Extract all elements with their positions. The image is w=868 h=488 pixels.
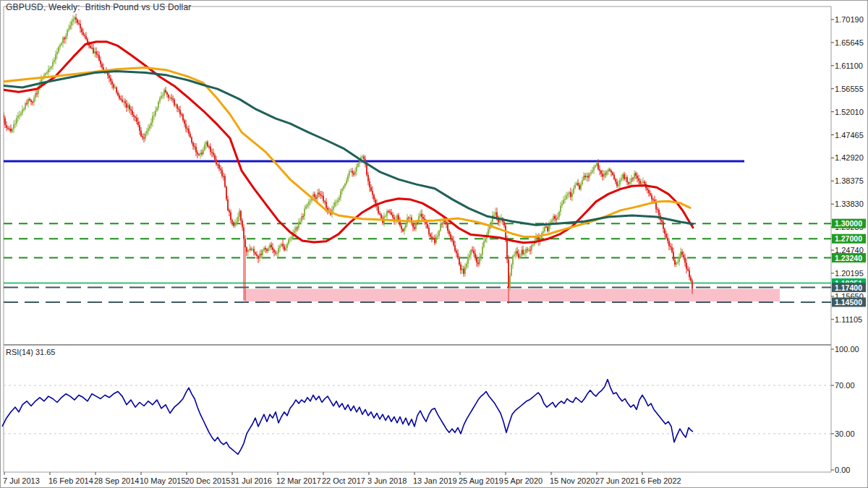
candle	[229, 208, 230, 216]
candle	[349, 169, 350, 178]
candle	[430, 233, 431, 239]
price-tick-label: 1.47465	[835, 131, 864, 140]
candle	[130, 106, 132, 115]
candle	[77, 18, 78, 25]
date-tick-label: 6 Feb 2022	[641, 476, 681, 485]
candle	[435, 234, 437, 244]
candle	[259, 250, 260, 262]
candle	[570, 188, 571, 200]
candle	[231, 218, 233, 226]
candle	[101, 62, 103, 69]
candle	[346, 178, 347, 186]
candle	[289, 236, 291, 243]
candle	[16, 115, 17, 127]
candle	[213, 149, 214, 158]
candle	[511, 263, 512, 277]
candle	[81, 27, 82, 35]
candle	[30, 99, 32, 106]
candle	[272, 243, 273, 253]
candle	[386, 209, 388, 219]
candle	[71, 19, 72, 30]
date-tick-label: 16 Feb 2014	[48, 476, 93, 485]
candle	[65, 33, 67, 44]
candle	[463, 266, 464, 277]
candle	[95, 47, 97, 58]
candle	[683, 252, 684, 260]
candle	[22, 106, 23, 116]
candle	[197, 150, 198, 159]
candle	[98, 51, 100, 61]
candle	[269, 243, 271, 251]
candle	[221, 167, 223, 179]
price-badge[interactable]: 1.27000	[832, 234, 866, 244]
candle	[667, 234, 668, 244]
candle	[13, 120, 14, 133]
price-axis: 1.701901.656451.611001.565551.520101.474…	[831, 15, 866, 324]
candle	[663, 219, 664, 233]
candle	[91, 44, 93, 49]
candle	[185, 120, 187, 132]
candle	[142, 134, 143, 140]
candle	[284, 244, 285, 252]
candle	[467, 254, 469, 268]
svg-text:1.27000: 1.27000	[835, 234, 862, 243]
candle	[569, 191, 570, 198]
candle	[59, 43, 61, 50]
candle	[179, 106, 181, 117]
candle	[665, 231, 667, 239]
candle	[664, 228, 665, 238]
candle	[586, 173, 587, 182]
candle	[391, 209, 392, 215]
candle	[420, 210, 421, 218]
price-badge[interactable]: 1.30000	[832, 219, 866, 228]
supply-zone[interactable]	[244, 289, 780, 301]
candle	[137, 117, 139, 127]
price-badge[interactable]: 1.17400	[832, 283, 866, 292]
candle	[339, 195, 340, 202]
candle	[337, 197, 339, 205]
candle	[148, 124, 149, 135]
candle	[583, 172, 584, 181]
price-badge[interactable]: 1.23240	[832, 253, 866, 262]
candle	[414, 223, 415, 231]
candle	[587, 173, 589, 181]
candle	[36, 90, 38, 97]
horizontal-levels	[4, 161, 831, 302]
candle	[236, 218, 237, 226]
candle	[265, 246, 266, 253]
svg-text:1.17400: 1.17400	[835, 283, 862, 292]
chart-canvas[interactable]: 1.701901.656451.611001.565551.520101.474…	[1, 1, 868, 488]
candle	[499, 215, 501, 226]
candle	[600, 170, 602, 177]
candle	[451, 236, 453, 243]
candle	[136, 114, 137, 124]
candle	[308, 199, 310, 209]
candle	[188, 125, 190, 136]
candle	[233, 221, 234, 228]
candle	[62, 36, 64, 48]
candle	[208, 145, 210, 149]
candle	[621, 175, 622, 182]
candle	[320, 191, 321, 199]
candle	[216, 156, 217, 166]
candle	[217, 163, 218, 169]
candle	[223, 173, 224, 181]
candle	[49, 66, 51, 72]
candle	[187, 127, 188, 133]
candle	[495, 207, 496, 218]
candle	[198, 153, 200, 156]
candle	[402, 228, 404, 232]
candle	[518, 249, 519, 260]
candle	[454, 241, 456, 252]
candle	[561, 200, 563, 208]
candle	[255, 252, 256, 256]
candle	[72, 15, 74, 26]
candle	[310, 198, 311, 205]
candle	[323, 192, 324, 204]
candle	[343, 185, 344, 191]
candle	[84, 33, 85, 39]
candle	[363, 155, 365, 160]
price-badge[interactable]: 1.14500	[832, 297, 866, 307]
candle	[117, 90, 119, 96]
candle	[344, 183, 346, 189]
